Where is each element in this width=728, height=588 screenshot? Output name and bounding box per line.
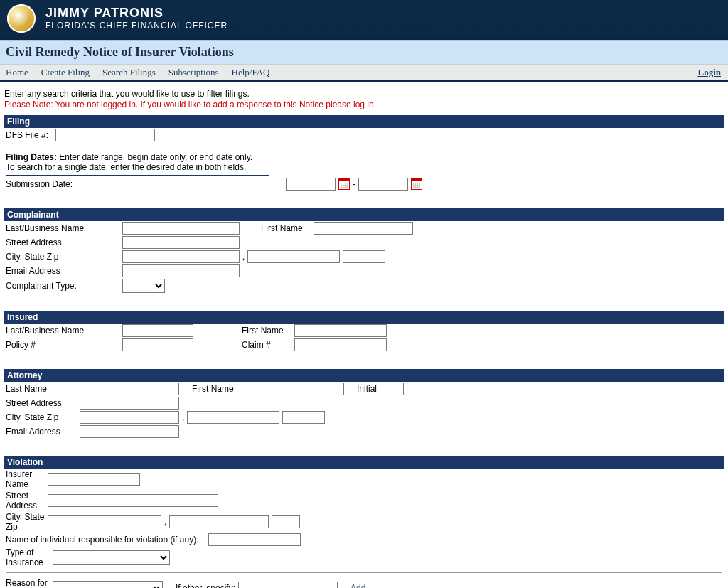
banner-subtitle: FLORIDA'S CHIEF FINANCIAL OFFICER [46, 21, 228, 31]
attorney-csz-label: City, State Zip [6, 412, 77, 422]
insured-claim-label: Claim # [242, 340, 291, 350]
attorney-zip-input[interactable] [282, 411, 325, 424]
complainant-firstname-label: First Name [261, 223, 311, 233]
complainant-header: Complainant [4, 208, 724, 221]
add-reason-link[interactable]: Add [350, 583, 365, 588]
complainant-lastname-input[interactable] [122, 222, 240, 235]
insured-lastname-label: Last/Business Name [6, 326, 119, 336]
insured-claim-input[interactable] [294, 338, 387, 351]
insurer-name-input[interactable] [48, 473, 140, 486]
complainant-zip-input[interactable] [343, 250, 385, 263]
dfs-file-label: DFS File #: [6, 130, 48, 140]
complainant-state-input[interactable] [247, 250, 340, 263]
intro-text: Enter any search criteria that you would… [4, 89, 724, 99]
attorney-lastname-label: Last Name [6, 384, 77, 394]
type-of-insurance-select[interactable] [53, 550, 170, 565]
violation-header: Violation [4, 456, 724, 469]
insured-policy-input[interactable] [122, 338, 193, 351]
attorney-street-label: Street Address [6, 398, 77, 408]
calendar-icon[interactable] [411, 178, 422, 190]
violation-state-input[interactable] [169, 515, 269, 528]
menu-bar: Home Create Filing Search Filings Subscr… [0, 64, 728, 82]
complainant-type-label: Complainant Type: [6, 281, 119, 291]
responsible-name-label: Name of individual responsible for viola… [6, 535, 198, 545]
filing-dates-label: Filing Dates: [6, 152, 57, 162]
complainant-email-input[interactable] [122, 264, 240, 277]
complainant-city-input[interactable] [122, 250, 240, 263]
attorney-street-input[interactable] [80, 397, 179, 410]
attorney-lastname-input[interactable] [80, 383, 179, 395]
comma-sep: , [164, 517, 166, 527]
violation-csz-label: City, State Zip [6, 512, 45, 532]
submission-date-begin-input[interactable] [286, 178, 336, 191]
complainant-lastname-label: Last/Business Name [6, 223, 119, 233]
type-of-insurance-label: Type of Insurance [6, 547, 50, 567]
attorney-panel: Attorney Last Name First Name Initial St… [4, 369, 724, 439]
insured-policy-label: Policy # [6, 340, 119, 350]
attorney-firstname-input[interactable] [245, 383, 344, 395]
complainant-street-label: Street Address [6, 237, 119, 247]
complainant-type-select[interactable] [122, 279, 165, 293]
insured-lastname-input[interactable] [122, 324, 193, 337]
complainant-firstname-input[interactable] [314, 222, 413, 235]
menu-subscriptions[interactable]: Subscriptions [168, 67, 219, 78]
reason-for-notice-label: Reason for Notice [6, 578, 50, 588]
attorney-email-label: Email Address [6, 427, 77, 437]
attorney-state-input[interactable] [187, 411, 279, 424]
complainant-email-label: Email Address [6, 266, 119, 276]
attorney-initial-label: Initial [357, 384, 377, 394]
comma-sep: , [242, 252, 245, 262]
insurer-name-label: Insurer Name [6, 469, 45, 489]
attorney-initial-input[interactable] [380, 383, 404, 395]
insured-firstname-input[interactable] [294, 324, 387, 337]
violation-street-input[interactable] [48, 494, 218, 507]
filing-header: Filing [4, 115, 724, 128]
filing-panel: Filing DFS File #: Filing Dates: Enter d… [4, 115, 724, 191]
insured-header: Insured [4, 311, 724, 324]
insured-firstname-label: First Name [242, 326, 291, 336]
comma-sep: , [182, 412, 184, 422]
filing-dates-underline [6, 175, 269, 176]
date-dash: - [353, 179, 355, 189]
menu-home[interactable]: Home [6, 67, 28, 78]
attorney-firstname-label: First Name [192, 384, 242, 394]
complainant-panel: Complainant Last/Business Name First Nam… [4, 208, 724, 294]
content: Enter any search criteria that you would… [0, 82, 728, 588]
violation-city-input[interactable] [48, 515, 161, 528]
violation-panel: Violation Insurer Name Street Address Ci… [4, 456, 724, 588]
attorney-email-input[interactable] [80, 425, 179, 438]
if-other-specify-label: If other, specify: [176, 583, 235, 588]
responsible-name-input[interactable] [208, 533, 301, 546]
calendar-icon[interactable] [338, 178, 350, 190]
menu-search-filings[interactable]: Search Filings [102, 67, 156, 78]
menu-create-filing[interactable]: Create Filing [41, 67, 90, 78]
top-banner: JIMMY PATRONIS FLORIDA'S CHIEF FINANCIAL… [0, 0, 728, 40]
submission-date-label: Submission Date: [6, 179, 283, 189]
dfs-file-input[interactable] [55, 129, 155, 141]
if-other-specify-input[interactable] [238, 582, 338, 588]
reason-for-notice-select[interactable] [53, 581, 163, 588]
violation-street-label: Street Address [6, 491, 45, 511]
attorney-city-input[interactable] [80, 411, 179, 424]
state-seal-icon [7, 4, 36, 33]
single-date-text: To search for a single date, enter the d… [6, 162, 722, 172]
divider [6, 572, 722, 573]
banner-name: JIMMY PATRONIS [46, 6, 228, 21]
attorney-header: Attorney [4, 369, 724, 382]
insured-panel: Insured Last/Business Name First Name Po… [4, 311, 724, 352]
submission-date-end-input[interactable] [358, 178, 408, 191]
menu-login[interactable]: Login [697, 67, 721, 78]
menu-help-faq[interactable]: Help/FAQ [232, 67, 270, 78]
page-title: Civil Remedy Notice of Insurer Violation… [0, 40, 728, 64]
login-note: Please Note: You are not logged in. If y… [4, 100, 724, 109]
violation-zip-input[interactable] [272, 515, 300, 528]
complainant-street-input[interactable] [122, 236, 240, 249]
complainant-csz-label: City, State Zip [6, 252, 119, 262]
filing-dates-text: Enter date range, begin date only, or en… [59, 152, 252, 162]
